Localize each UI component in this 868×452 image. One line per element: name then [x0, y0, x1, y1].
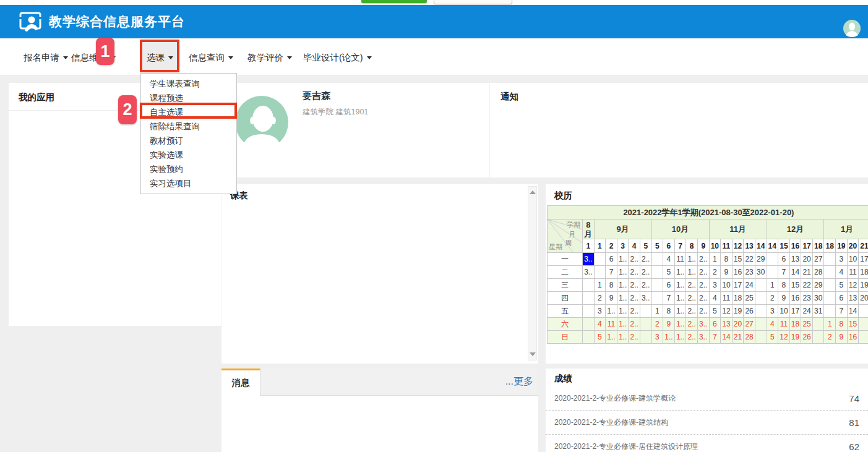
calendar-date-cell: 16 [847, 331, 859, 344]
calendar-date-cell: 23 [744, 266, 755, 279]
calendar-date-cell: 21 [732, 331, 744, 344]
menu-item-filter-result-query[interactable]: 筛除结果查询 [141, 119, 236, 134]
calendar-date-cell: 1.. [674, 318, 686, 331]
calendar-date-cell: 1.. [617, 305, 629, 318]
calendar-date-cell [824, 266, 836, 279]
calendar-date-cell: 4 [767, 318, 778, 331]
calendar-date-cell: 9 [663, 318, 675, 331]
main-nav: 报名申请 信息维护 选课 信息查询 教学评价 毕业设计(论文) [0, 38, 868, 76]
cutoff-gray-button[interactable] [434, 0, 512, 4]
calendar-day-row: 一3..61..2..2..4111..2..18152229613202731… [548, 253, 868, 266]
menu-item-experiment-selection[interactable]: 实验选课 [141, 148, 236, 162]
user-avatar-small[interactable] [843, 20, 861, 37]
calendar-date-cell: 1.. [686, 253, 698, 266]
calendar-date-cell: 3.. [583, 266, 595, 279]
calendar-date-cell: 2.. [686, 292, 698, 305]
notice-title: 通知 [501, 91, 518, 103]
user-avatar-large [235, 96, 288, 149]
calendar-date-cell: 2.. [629, 331, 640, 344]
calendar-date-cell: 30 [812, 292, 824, 305]
calendar-date-cell: 21 [801, 266, 813, 279]
more-link[interactable]: ...更多 [505, 375, 533, 388]
grade-row[interactable]: 2020-2021-2-专业必修课-建筑结构 81 [546, 411, 868, 435]
school-calendar-panel: 校历 2021-2022学年1学期(2021-08-30至2022-01-20)… [546, 184, 868, 364]
calendar-day-label: 一 [548, 253, 583, 266]
calendar-date-cell [583, 331, 595, 344]
tab-messages[interactable]: 消息 [221, 369, 260, 396]
nav-item-teaching-evaluation[interactable]: 教学评价 [247, 51, 292, 64]
calendar-date-cell: 3 [651, 331, 663, 344]
calendar-date-cell: 17 [732, 279, 744, 292]
calendar-date-cell [640, 331, 651, 344]
calendar-date-cell: 3 [709, 279, 721, 292]
calendar-date-cell: 15 [847, 318, 859, 331]
calendar-date-cell: 27 [812, 253, 824, 266]
corner-label-semester: 学期 [567, 221, 580, 228]
calendar-month-header: 12月 [767, 220, 824, 239]
calendar-date-cell: 16 [732, 266, 744, 279]
menu-item-textbook-order[interactable]: 教材预订 [141, 134, 236, 148]
calendar-date-cell [651, 266, 663, 279]
calendar-date-cell: 1 [767, 279, 778, 292]
grade-course-name: 2020-2021-2-专业必修课-居住建筑设计原理 [554, 441, 698, 452]
calendar-day-label: 四 [548, 292, 583, 305]
calendar-week-number: 5 [640, 239, 651, 253]
calendar-date-cell: 6 [709, 318, 721, 331]
calendar-date-cell [594, 266, 606, 279]
calendar-date-cell: 13 [789, 253, 801, 266]
calendar-table: 2021-2022学年1学期(2021-08-30至2022-01-20)学期月… [547, 205, 868, 344]
calendar-month-header: 11月 [709, 220, 767, 239]
calendar-date-cell: 7 [709, 331, 721, 344]
nav-item-graduation-design[interactable]: 毕业设计(论文) [303, 51, 372, 64]
calendar-date-cell: 22 [801, 279, 813, 292]
calendar-date-cell: 6 [778, 253, 790, 266]
annotation-box-step2 [140, 103, 237, 119]
nav-label: 信息查询 [189, 53, 225, 62]
page-title: 教学综合信息服务平台 [49, 13, 185, 30]
calendar-date-cell: 1.. [606, 305, 617, 318]
menu-item-internship-selection[interactable]: 实习选项目 [141, 176, 236, 190]
cutoff-green-button[interactable] [361, 0, 427, 3]
calendar-date-cell: 31 [812, 305, 824, 318]
calendar-date-cell: 17 [789, 305, 801, 318]
calendar-date-cell [755, 305, 767, 318]
platform-logo-icon [19, 11, 42, 32]
course-selection-dropdown: 学生课表查询 课程预选 自主选课 筛除结果查询 教材预订 实验选课 实验预约 实… [140, 73, 237, 194]
my-apps-title: 我的应用 [19, 92, 54, 102]
calendar-date-cell [812, 331, 824, 344]
calendar-date-cell: 4 [836, 266, 848, 279]
calendar-date-cell: 12 [721, 305, 733, 318]
calendar-date-cell: 2.. [629, 279, 640, 292]
timetable-scrollbar[interactable] [528, 186, 537, 360]
calendar-date-cell: 3.. [697, 331, 709, 344]
calendar-date-cell: 12 [847, 279, 859, 292]
menu-item-student-timetable-query[interactable]: 学生课表查询 [141, 77, 236, 91]
grade-row[interactable]: 2020-2021-2-专业必修课-居住建筑设计原理 62 [546, 435, 868, 452]
calendar-week-number: 5 [651, 239, 663, 253]
calendar-date-cell [640, 305, 651, 318]
calendar-week-number: 16 [789, 239, 801, 253]
grade-row[interactable]: 2020-2021-2-专业必修课-建筑学概论 74 [546, 386, 868, 411]
menu-item-experiment-reservation[interactable]: 实验预约 [141, 162, 236, 176]
calendar-date-cell: 13 [847, 292, 859, 305]
calendar-date-cell: 2.. [686, 318, 698, 331]
calendar-date-cell: 11 [674, 253, 686, 266]
calendar-date-cell [767, 253, 778, 266]
calendar-semester-header: 2021-2022学年1学期(2021-08-30至2022-01-20) [548, 206, 868, 220]
calendar-date-cell: 2.. [697, 253, 709, 266]
calendar-date-cell: 2 [824, 331, 836, 344]
scroll-up-icon[interactable] [530, 190, 536, 194]
nav-item-info-query[interactable]: 信息查询 [189, 51, 233, 64]
nav-item-enrollment[interactable]: 报名申请 [24, 51, 68, 64]
scroll-down-icon[interactable] [530, 352, 536, 356]
calendar-week-number: 15 [778, 239, 790, 253]
calendar-date-cell: 1.. [617, 279, 629, 292]
calendar-week-number: 2 [606, 239, 617, 253]
user-department: 建筑学院 建筑1901 [303, 107, 368, 117]
calendar-date-cell: 18 [732, 292, 744, 305]
calendar-date-cell: 1 [709, 253, 721, 266]
calendar-date-cell: 19 [789, 331, 801, 344]
calendar-date-cell [755, 292, 767, 305]
calendar-date-cell: 11 [847, 266, 859, 279]
calendar-date-cell [651, 253, 663, 266]
